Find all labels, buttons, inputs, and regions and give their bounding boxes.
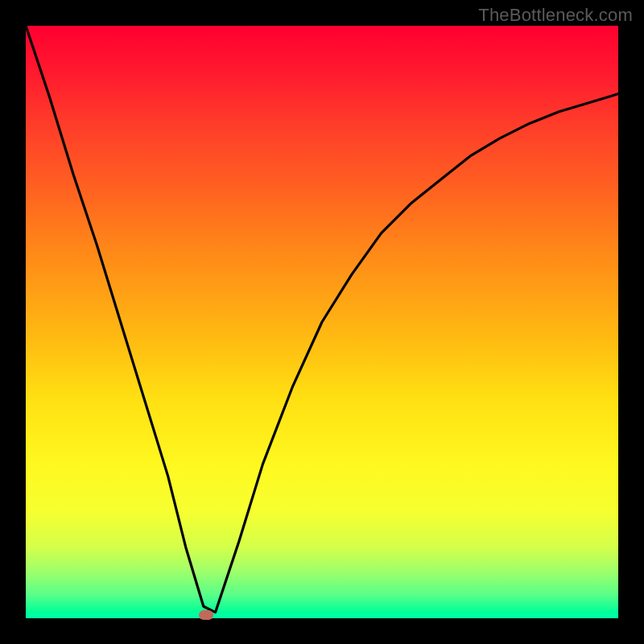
bottleneck-curve xyxy=(26,26,618,613)
chart-container: TheBottleneck.com xyxy=(0,0,644,644)
watermark-text: TheBottleneck.com xyxy=(478,5,633,26)
minimum-marker xyxy=(199,610,213,620)
plot-area xyxy=(26,26,618,618)
curve-layer xyxy=(26,26,618,618)
